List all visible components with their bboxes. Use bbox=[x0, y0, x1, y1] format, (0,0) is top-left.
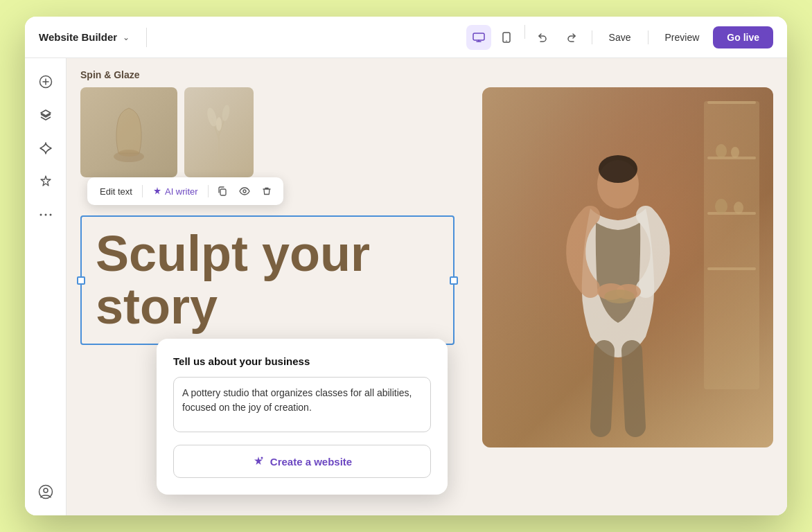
sidebar-item-ai[interactable] bbox=[33, 136, 58, 161]
hero-headline: Sculpt your story bbox=[96, 228, 439, 332]
svg-rect-17 bbox=[220, 189, 226, 195]
sidebar-item-layers[interactable] bbox=[33, 103, 58, 127]
gallery-image-2 bbox=[184, 87, 254, 177]
canvas-area: Spin & Glaze bbox=[67, 58, 787, 515]
svg-point-8 bbox=[44, 488, 48, 493]
svg-point-31 bbox=[604, 290, 635, 303]
site-header: Spin & Glaze bbox=[67, 58, 787, 87]
ai-writer-label: AI writer bbox=[165, 186, 198, 197]
top-bar-left: Website Builder ⌄ bbox=[39, 28, 158, 47]
sidebar-item-sparkles[interactable] bbox=[33, 169, 58, 194]
edit-text-button[interactable]: Edit text bbox=[94, 184, 138, 200]
resize-handle-left[interactable] bbox=[77, 276, 85, 285]
ai-writer-button[interactable]: AI writer bbox=[147, 184, 204, 200]
svg-point-32 bbox=[261, 457, 263, 459]
toolbar-divider-2 bbox=[208, 185, 209, 197]
image-gallery bbox=[80, 87, 468, 177]
person-silhouette bbox=[521, 115, 715, 447]
ai-panel: Tell us about your business A pottery st… bbox=[157, 339, 448, 495]
svg-point-10 bbox=[118, 150, 139, 157]
sidebar bbox=[25, 58, 67, 515]
sidebar-item-add[interactable] bbox=[33, 69, 58, 94]
svg-point-18 bbox=[243, 190, 246, 193]
gallery-image-1 bbox=[80, 87, 177, 177]
svg-point-28 bbox=[599, 155, 637, 183]
sidebar-item-account[interactable] bbox=[33, 479, 58, 504]
go-live-button[interactable]: Go live bbox=[713, 26, 773, 48]
save-button[interactable]: Save bbox=[601, 28, 639, 47]
create-website-label: Create a website bbox=[270, 456, 352, 468]
copy-button[interactable] bbox=[213, 181, 232, 201]
ai-panel-title: Tell us about your business bbox=[173, 355, 431, 367]
create-website-button[interactable]: Create a website bbox=[173, 445, 431, 478]
separator-3 bbox=[648, 30, 648, 44]
svg-point-24 bbox=[731, 147, 739, 158]
svg-point-2 bbox=[506, 40, 507, 42]
preview-element-button[interactable] bbox=[235, 181, 254, 201]
main-layout: Spin & Glaze bbox=[25, 58, 787, 515]
undo-redo-group bbox=[466, 25, 583, 50]
create-sparkle-icon bbox=[252, 455, 265, 468]
browser-window: Website Builder ⌄ bbox=[25, 17, 787, 515]
undo-button[interactable] bbox=[531, 25, 556, 50]
svg-point-6 bbox=[49, 214, 51, 216]
sidebar-item-more[interactable] bbox=[33, 202, 58, 227]
top-bar: Website Builder ⌄ bbox=[25, 17, 787, 58]
divider bbox=[146, 28, 147, 47]
pottery-photo-bg bbox=[482, 87, 773, 447]
business-description-input[interactable]: A pottery studio that organizes classes … bbox=[173, 377, 431, 432]
selected-text-element[interactable]: Sculpt your story bbox=[80, 215, 454, 345]
ai-sparkle-icon bbox=[152, 186, 162, 196]
resize-handle-right[interactable] bbox=[450, 276, 458, 285]
svg-point-25 bbox=[715, 199, 727, 214]
brand-name: Website Builder bbox=[39, 31, 117, 43]
mobile-view-button[interactable] bbox=[494, 25, 519, 50]
chevron-down-icon[interactable]: ⌄ bbox=[123, 33, 130, 42]
flower-illustration bbox=[198, 98, 240, 167]
hero-photo bbox=[482, 87, 773, 447]
svg-rect-0 bbox=[473, 33, 484, 40]
separator-2 bbox=[592, 30, 592, 44]
redo-button[interactable] bbox=[558, 25, 583, 50]
svg-point-4 bbox=[39, 214, 42, 216]
preview-button[interactable]: Preview bbox=[657, 28, 708, 47]
svg-point-15 bbox=[221, 104, 231, 121]
desktop-view-button[interactable] bbox=[466, 25, 491, 50]
site-name: Spin & Glaze bbox=[80, 69, 140, 80]
svg-point-26 bbox=[734, 202, 743, 214]
separator bbox=[524, 25, 525, 39]
svg-rect-19 bbox=[707, 101, 756, 104]
edit-text-label: Edit text bbox=[100, 186, 132, 197]
text-toolbar: Edit text AI writer bbox=[87, 177, 283, 205]
toolbar-divider-1 bbox=[142, 185, 143, 197]
vase-illustration-1 bbox=[105, 98, 153, 167]
svg-point-23 bbox=[716, 144, 727, 158]
delete-button[interactable] bbox=[257, 181, 276, 201]
top-bar-right: Save Preview Go live bbox=[466, 25, 773, 50]
svg-point-5 bbox=[44, 214, 46, 216]
svg-point-16 bbox=[216, 117, 222, 131]
